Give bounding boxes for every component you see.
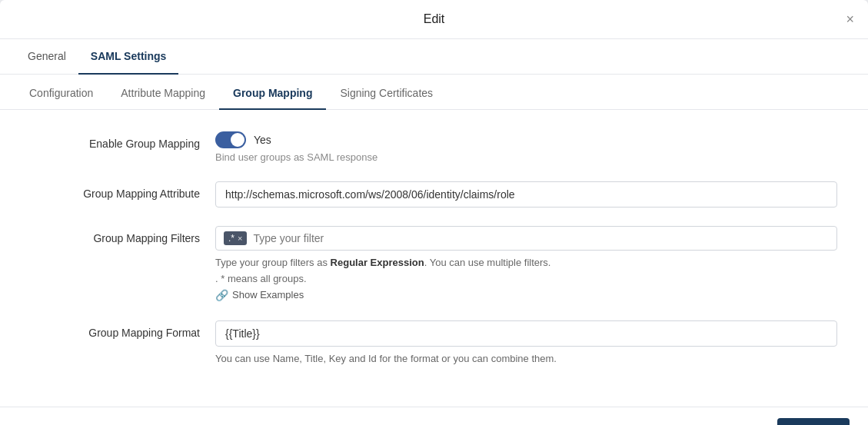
group-mapping-attribute-control (215, 181, 837, 208)
group-mapping-format-control: You can use Name, Title, Key and Id for … (215, 320, 837, 367)
tab-saml-settings[interactable]: SAML Settings (78, 39, 179, 75)
filter-input-wrap[interactable]: .* × (215, 226, 837, 251)
form-content: Enable Group Mapping Yes Bind user group… (0, 110, 868, 407)
enable-group-mapping-row: Enable Group Mapping Yes Bind user group… (31, 131, 837, 163)
top-tabs: General SAML Settings (0, 39, 868, 75)
enable-group-mapping-description: Bind user groups as SAML response (215, 151, 837, 163)
subtab-configuration[interactable]: Configuration (15, 78, 107, 110)
show-examples-label: Show Examples (232, 289, 304, 300)
modal-title: Edit (424, 12, 445, 26)
modal-footer: ✓ Save (0, 407, 868, 425)
filter-text-input[interactable] (253, 232, 829, 244)
group-mapping-attribute-input[interactable] (215, 181, 837, 208)
toggle-row: Yes (215, 131, 837, 148)
filter-hint-line2: . * means all groups. (215, 273, 307, 284)
subtab-attribute-mapping[interactable]: Attribute Mapping (107, 78, 219, 110)
sub-tabs: Configuration Attribute Mapping Group Ma… (0, 78, 868, 110)
group-mapping-filters-control: .* × Type your group filters as Regular … (215, 226, 837, 302)
group-mapping-attribute-row: Group Mapping Attribute (31, 181, 837, 208)
filter-tag-remove[interactable]: × (238, 234, 242, 243)
group-mapping-format-label: Group Mapping Format (31, 320, 215, 339)
link-icon: 🔗 (215, 289, 228, 301)
group-mapping-attribute-label: Group Mapping Attribute (31, 181, 215, 200)
enable-group-mapping-toggle[interactable] (215, 131, 246, 148)
filter-hint-pre: Type your group filters as (215, 257, 331, 268)
subtab-group-mapping[interactable]: Group Mapping (219, 78, 326, 110)
save-button[interactable]: ✓ Save (777, 418, 850, 425)
close-button[interactable]: × (846, 12, 854, 26)
subtab-signing-certificates[interactable]: Signing Certificates (326, 78, 447, 110)
group-mapping-filters-label: Group Mapping Filters (31, 226, 215, 244)
edit-modal: Edit × General SAML Settings Configurati… (0, 0, 868, 425)
enable-group-mapping-control: Yes Bind user groups as SAML response (215, 131, 837, 163)
filter-hint-post: . You can use multiple filters. (424, 257, 551, 268)
filter-hint: Type your group filters as Regular Expre… (215, 255, 837, 287)
group-mapping-format-input[interactable] (215, 320, 837, 347)
filter-tag[interactable]: .* × (224, 231, 247, 245)
show-examples-link[interactable]: 🔗 Show Examples (215, 289, 304, 301)
group-mapping-format-row: Group Mapping Format You can use Name, T… (31, 320, 837, 367)
group-mapping-format-hint: You can use Name, Title, Key and Id for … (215, 351, 837, 367)
filter-hint-bold: Regular Expression (331, 257, 424, 268)
toggle-value-label: Yes (254, 134, 271, 146)
group-mapping-filters-row: Group Mapping Filters .* × Type your gro… (31, 226, 837, 302)
tab-general[interactable]: General (15, 39, 78, 75)
modal-header: Edit × (0, 0, 868, 39)
enable-group-mapping-label: Enable Group Mapping (31, 131, 215, 150)
filter-tag-value: .* (228, 233, 234, 244)
